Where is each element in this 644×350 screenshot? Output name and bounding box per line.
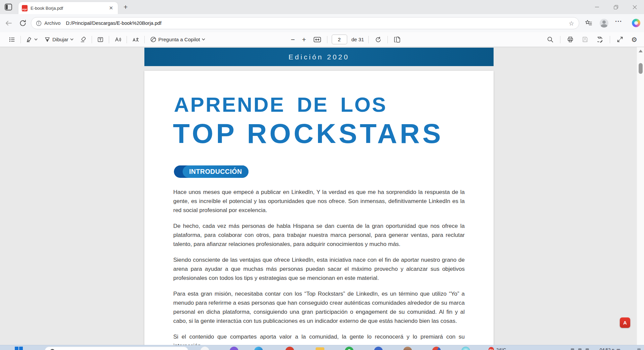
add-favorite-star-icon[interactable]: ☆ [569,20,574,27]
eraser-tool-button[interactable] [79,35,88,44]
scrollbar-thumb[interactable] [639,63,643,74]
taskbar-app-purple-icon[interactable] [230,347,238,350]
browser-navigation-bar: Archivo D:/Principal/Descargas/E-book%20… [0,14,644,32]
windows-taskbar: 9+ 24°C 04:52 p. m. [0,345,644,350]
save-icon[interactable] [580,35,590,44]
draw-label: Dibujar [52,37,68,42]
file-explorer-icon[interactable] [316,347,324,350]
refresh-icon[interactable] [19,19,27,27]
translate-icon[interactable] [131,35,141,44]
introduction-badge: INTRODUCCIÓN [174,165,248,178]
add-text-tool-button[interactable] [96,35,105,44]
paragraph: De hecho, cada vez más personas de habla… [173,221,465,249]
document-header-band: Edición 2020 [144,48,494,66]
edition-text: Edición 2020 [288,53,349,61]
taskbar-app-red-icon[interactable] [285,347,294,350]
window-controls [588,0,644,14]
paragraph: Hace unos meses que empecé a publicar en… [173,188,465,215]
save-as-icon[interactable] [595,35,605,44]
tab-title: E-book Borja.pdf [31,6,107,11]
fit-to-width-button[interactable] [312,35,323,44]
taskbar-app-teal-icon[interactable] [461,347,470,350]
copilot-icon[interactable] [632,19,640,27]
favorites-icon[interactable] [585,19,593,27]
page-number-input[interactable] [332,35,347,44]
toolbar-separator [144,36,145,43]
scrollbar-up-arrow[interactable] [639,50,643,52]
window-restore-button[interactable] [606,0,625,14]
chevron-down-icon [70,38,74,41]
chevron-down-icon [202,38,205,41]
show-desktop-icon[interactable] [637,348,641,350]
document-title-line1: APRENDE DE LOS [174,94,387,115]
profile-avatar[interactable] [600,19,608,28]
toolbar-separator [92,36,92,43]
pdf-file-icon: PDF [22,5,28,11]
toolbar-separator [20,36,21,43]
tab-close-icon[interactable]: ✕ [107,5,114,11]
notification-badge[interactable]: 9+ [489,347,494,350]
taskbar-clock[interactable]: 04:52 p. m. [600,347,622,350]
ask-copilot-button[interactable]: Pregunta a Copilot [148,35,206,44]
adobe-acrobat-button[interactable]: A [620,317,630,328]
toolbar-separator [560,36,560,43]
taskbar-app-blue-icon[interactable] [374,347,383,350]
taskbar-search-box[interactable] [45,347,188,350]
settings-gear-icon[interactable]: ⚙ [630,35,639,44]
profile-photo-app-icon[interactable] [403,347,412,350]
draw-tool-button[interactable]: Dibujar [43,35,75,44]
fullscreen-icon[interactable] [615,35,625,44]
rotate-page-button[interactable] [373,35,383,45]
browser-titlebar: PDF E-book Borja.pdf ✕ + [0,0,644,14]
badge-front-layer: INTRODUCCIÓN [183,165,248,178]
toolbar-separator [109,36,109,43]
toolbar-separator [327,36,327,43]
settings-menu-icon[interactable]: ··· [615,18,622,25]
vertical-scrollbar[interactable] [637,47,644,345]
pdf-viewer-toolbar: Dibujar Pregunta a Copilot − + [0,32,644,47]
page-view-button[interactable] [392,35,402,45]
badge-label: INTRODUCCIÓN [189,168,242,176]
weather-temperature[interactable]: 24°C [496,347,506,350]
highlighter-tool-button[interactable] [25,35,39,44]
print-icon[interactable] [565,35,575,44]
paragraph-clipped: Si el contenido que compartes aporta val… [173,332,465,345]
window-close-button[interactable] [625,0,644,14]
paragraph: Siendo consciente de las ventajas que of… [173,255,465,283]
window-minimize-button[interactable] [588,0,606,14]
system-tray-icons[interactable] [571,348,589,350]
search-icon[interactable] [545,35,555,44]
ask-copilot-label: Pregunta a Copilot [158,37,200,42]
info-icon[interactable] [36,20,42,26]
toolbar-separator [368,36,369,43]
url-text[interactable]: D:/Principal/Descargas/E-book%20Borja.pd… [66,20,569,26]
address-bar[interactable]: Archivo D:/Principal/Descargas/E-book%20… [31,17,579,29]
document-page: APRENDE DE LOS TOP ROCKSTARS INTRODUCCIÓ… [144,71,494,345]
browser-tab[interactable]: PDF E-book Borja.pdf ✕ [18,2,118,14]
chevron-down-icon [34,38,38,41]
read-aloud-button[interactable] [113,35,123,44]
taskbar-app-white-icon[interactable] [200,347,209,350]
toolbar-separator [387,36,388,43]
microsoft-edge-icon[interactable] [254,347,263,350]
table-of-contents-icon[interactable] [7,35,17,44]
document-title-line2: TOP ROCKSTARS [173,120,444,147]
back-icon[interactable] [5,19,13,27]
paragraph: Para esta gran misión, necesitaba contar… [173,289,465,326]
url-scheme-label: Archivo [44,20,60,26]
zoom-in-button[interactable]: + [301,35,307,44]
new-tab-button[interactable]: + [124,3,128,11]
toolbar-separator [610,36,610,43]
tab-actions-menu-icon[interactable] [4,3,12,11]
start-button-icon[interactable] [15,347,23,350]
taskbar-app-green-icon[interactable] [345,347,354,350]
taskbar-app-redblue-icon[interactable] [432,347,441,350]
page-total-label: de 31 [352,37,364,42]
document-body-text: Hace unos meses que empecé a publicar en… [173,188,465,345]
toolbar-separator [127,36,127,43]
pdf-content-area: Edición 2020 APRENDE DE LOS TOP ROCKSTAR… [0,47,644,345]
zoom-out-button[interactable]: − [289,35,296,44]
